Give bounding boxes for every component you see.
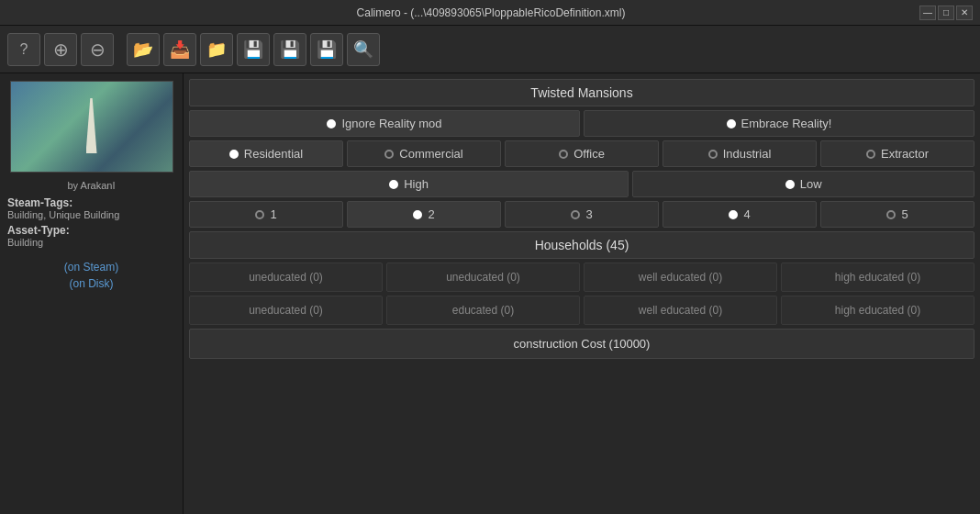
save-as-button[interactable]: 💾 <box>273 33 306 66</box>
embrace-reality-dot <box>727 119 736 128</box>
level-4-dot <box>729 210 738 219</box>
high-density-button[interactable]: High <box>189 171 629 197</box>
remove-building-button[interactable]: ⊖ <box>81 33 114 66</box>
steam-tags-label: Steam-Tags: <box>7 196 72 209</box>
window-title: Calimero - (...\409893065\PloppableRicoD… <box>62 6 919 19</box>
commercial-dot <box>384 150 394 159</box>
building-type-row: Residential Commercial Office Industrial… <box>189 140 974 167</box>
office-button[interactable]: Office <box>505 140 659 167</box>
level-4-label: 4 <box>743 207 750 221</box>
maximize-button[interactable]: □ <box>938 6 954 20</box>
asset-type-value: Building <box>7 237 43 248</box>
import-button[interactable]: 📥 <box>163 33 196 66</box>
level-5-dot <box>886 210 896 219</box>
office-dot <box>559 150 568 159</box>
edu-cell-2-4: high educated (0) <box>781 296 974 325</box>
reality-mode-row: Ignore Reality mod Embrace Reality! <box>189 110 974 137</box>
extractor-dot <box>866 150 875 159</box>
low-density-label: Low <box>800 177 822 191</box>
main-layout: by ArakanI Steam-Tags: Building, Unique … <box>0 73 980 514</box>
level-2-dot <box>413 210 422 219</box>
level-4-button[interactable]: 4 <box>663 201 817 228</box>
edu-cell-1-1: uneducated (0) <box>189 263 383 292</box>
industrial-label: Industrial <box>723 147 772 161</box>
education-row-1: uneducated (0) uneducated (0) well educa… <box>189 263 974 292</box>
save-folder-button[interactable]: 📁 <box>200 33 233 66</box>
asset-type-label: Asset-Type: <box>7 224 70 237</box>
on-disk-link[interactable]: (on Disk) <box>69 277 113 290</box>
left-panel: by ArakanI Steam-Tags: Building, Unique … <box>0 73 184 514</box>
construction-cost: construction Cost (10000) <box>189 329 974 359</box>
density-row: High Low <box>189 171 974 197</box>
edu-cell-2-3: well educated (0) <box>584 296 777 325</box>
level-3-label: 3 <box>585 207 592 221</box>
level-3-dot <box>571 210 580 219</box>
level-1-dot <box>255 210 264 219</box>
extractor-button[interactable]: Extractor <box>820 140 974 167</box>
education-row-2: uneducated (0) educated (0) well educate… <box>189 296 974 325</box>
edu-cell-2-2: educated (0) <box>386 296 580 325</box>
high-density-dot <box>389 180 398 189</box>
high-density-label: High <box>404 177 429 191</box>
open-folder-button[interactable]: 📂 <box>127 33 160 66</box>
ignore-reality-button[interactable]: Ignore Reality mod <box>189 110 580 137</box>
levels-row: 1 2 3 4 5 <box>189 201 974 228</box>
title-bar: Calimero - (...\409893065\PloppableRicoD… <box>0 0 980 26</box>
level-1-button[interactable]: 1 <box>189 201 343 228</box>
edu-cell-1-4: high educated (0) <box>781 263 974 292</box>
residential-label: Residential <box>244 147 303 161</box>
building-preview <box>10 81 173 173</box>
level-1-label: 1 <box>270 207 276 221</box>
extractor-label: Extractor <box>881 147 929 161</box>
right-panel: Twisted Mansions Ignore Reality mod Embr… <box>184 73 980 514</box>
industrial-dot <box>708 150 718 159</box>
add-building-button[interactable]: ⊕ <box>44 33 77 66</box>
search-button[interactable]: 🔍 <box>347 33 380 66</box>
office-label: Office <box>574 147 605 161</box>
ignore-reality-label: Ignore Reality mod <box>341 117 441 130</box>
building-name: Twisted Mansions <box>189 79 974 106</box>
embrace-reality-button[interactable]: Embrace Reality! <box>584 110 974 137</box>
embrace-reality-label: Embrace Reality! <box>741 117 832 130</box>
ignore-reality-dot <box>327 119 336 128</box>
steam-tags-value: Building, Unique Building <box>7 209 119 220</box>
save2-button[interactable]: 💾 <box>310 33 343 66</box>
close-button[interactable]: ✕ <box>956 6 973 20</box>
save-button[interactable]: 💾 <box>237 33 270 66</box>
low-density-button[interactable]: Low <box>632 171 974 197</box>
edu-cell-1-2: uneducated (0) <box>386 263 580 292</box>
level-5-button[interactable]: 5 <box>820 201 974 228</box>
level-5-label: 5 <box>901 207 908 221</box>
toolbar: ? ⊕ ⊖ 📂 📥 📁 💾 💾 💾 🔍 <box>0 26 980 73</box>
window-controls[interactable]: — □ ✕ <box>919 6 973 20</box>
commercial-button[interactable]: Commercial <box>347 140 501 167</box>
on-steam-link[interactable]: (on Steam) <box>64 261 118 274</box>
edu-cell-2-1: uneducated (0) <box>189 296 383 325</box>
residential-dot <box>229 150 239 159</box>
minimize-button[interactable]: — <box>919 6 936 20</box>
edu-cell-1-3: well educated (0) <box>584 263 777 292</box>
level-3-button[interactable]: 3 <box>505 201 659 228</box>
commercial-label: Commercial <box>399 147 462 161</box>
author-label: by ArakanI <box>68 180 116 191</box>
low-density-dot <box>785 180 795 189</box>
help-button[interactable]: ? <box>7 33 40 66</box>
residential-button[interactable]: Residential <box>189 140 343 167</box>
level-2-button[interactable]: 2 <box>347 201 501 228</box>
industrial-button[interactable]: Industrial <box>663 140 817 167</box>
level-2-label: 2 <box>428 207 434 221</box>
households-title: Households (45) <box>189 231 974 259</box>
